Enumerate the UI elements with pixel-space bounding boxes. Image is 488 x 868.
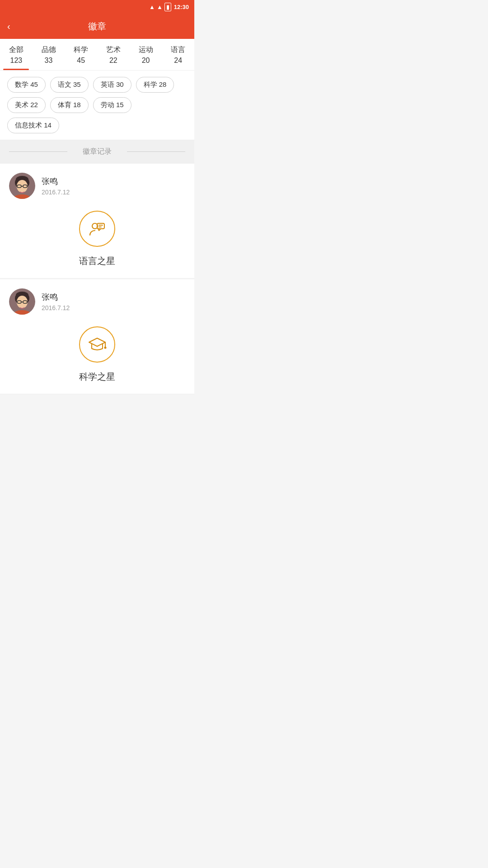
badge-center-0: 语言之星 [0,206,194,278]
tab-count-moral: 33 [45,57,53,65]
filter-tag-3[interactable]: 科学 28 [136,77,174,93]
badge-name-1: 科学之星 [79,371,115,383]
tab-label-all: 全部 [9,45,23,55]
tab-count-art: 22 [109,57,117,65]
filter-section: 数学 45语文 35英语 30科学 28美术 22体育 18劳动 15信息技术 … [0,71,194,140]
badge-record-1: 张鸣 2016.7.12 科学之星 [0,279,194,394]
divider-right [127,151,185,152]
badge-name-0: 语言之星 [79,255,115,267]
record-date-1: 2016.7.12 [42,304,70,311]
svg-rect-9 [97,223,104,229]
tab-count-science: 45 [77,57,85,65]
record-name-1: 张鸣 [42,292,70,302]
records-container: 张鸣 2016.7.12 语言之星 [0,164,194,394]
bottom-area [0,395,194,422]
back-button[interactable]: ‹ [7,21,10,32]
tab-science[interactable]: 科学 45 [65,39,97,70]
filter-tag-0[interactable]: 数学 45 [7,77,46,93]
avatar-1 [9,288,35,315]
tab-sport[interactable]: 运动 20 [130,39,162,70]
tab-label-lang: 语言 [171,45,185,55]
record-separator-1 [0,394,194,394]
status-icons: ▲ ▲ ▮ [149,3,171,11]
tab-label-art: 艺术 [106,45,121,55]
record-header-1: 张鸣 2016.7.12 [0,279,194,322]
tab-moral[interactable]: 品德 33 [33,39,65,70]
filter-tag-4[interactable]: 美术 22 [7,97,46,113]
wifi-icon: ▲ [149,4,155,10]
record-separator-0 [0,278,194,278]
filter-tag-7[interactable]: 信息技术 14 [7,118,59,133]
filter-tag-5[interactable]: 体育 18 [50,97,89,113]
section-divider: 徽章记录 [0,140,194,164]
filter-tag-2[interactable]: 英语 30 [93,77,131,93]
divider-left [9,151,67,152]
section-title: 徽章记录 [83,147,112,156]
record-name-0: 张鸣 [42,176,70,187]
filter-tag-1[interactable]: 语文 35 [50,77,89,93]
tab-label-moral: 品德 [42,45,56,55]
avatar-0 [9,173,35,199]
tab-count-all: 123 [10,57,22,65]
tab-label-science: 科学 [74,45,88,55]
filter-tag-6[interactable]: 劳动 15 [93,97,131,113]
badge-center-1: 科学之星 [0,322,194,394]
badge-record-0: 张鸣 2016.7.12 语言之星 [0,164,194,278]
status-time: 12:30 [174,4,189,10]
battery-icon: ▮ [164,3,171,11]
badge-icon-1 [79,326,115,363]
tab-art[interactable]: 艺术 22 [97,39,130,70]
status-bar: ▲ ▲ ▮ 12:30 [0,0,194,14]
tab-count-lang: 24 [174,57,182,65]
tab-count-sport: 20 [142,57,150,65]
header: ‹ 徽章 [0,14,194,39]
record-info-1: 张鸣 2016.7.12 [42,292,70,311]
page-title: 徽章 [88,20,106,33]
tab-label-sport: 运动 [139,45,153,55]
tab-all[interactable]: 全部 123 [0,39,33,70]
tab-lang[interactable]: 语言 24 [162,39,194,70]
record-date-0: 2016.7.12 [42,189,70,196]
signal-icon: ▲ [157,4,163,10]
record-info-0: 张鸣 2016.7.12 [42,176,70,196]
badge-icon-0 [79,211,115,247]
svg-point-22 [104,347,107,349]
record-header-0: 张鸣 2016.7.12 [0,164,194,206]
tab-bar: 全部 123 品德 33 科学 45 艺术 22 运动 20 语言 24 [0,39,194,71]
